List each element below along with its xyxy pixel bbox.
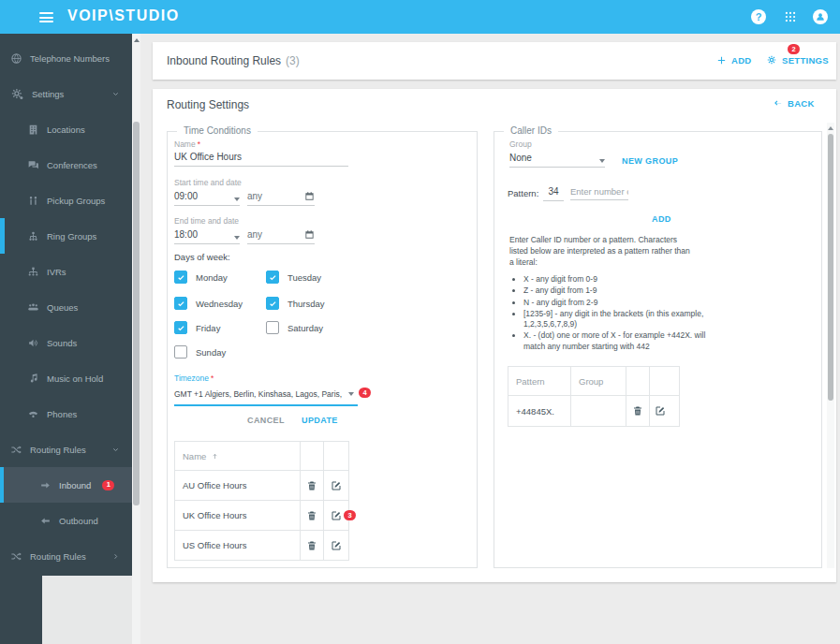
caller-ids-fieldset: Caller IDs Group None NEW GROUP Pattern:… [494, 131, 822, 568]
content-scrollbar[interactable] [827, 123, 834, 568]
sidebar-item-locations[interactable]: Locations [0, 111, 132, 147]
gears-icon [10, 87, 24, 101]
edit-icon[interactable] [331, 540, 342, 551]
sidebar-item-sounds[interactable]: Sounds [0, 325, 132, 360]
calendar-icon[interactable] [304, 229, 315, 240]
edit-icon[interactable] [331, 480, 342, 491]
checkbox-friday[interactable]: Friday [174, 321, 220, 334]
trash-icon[interactable] [306, 540, 317, 551]
sidebar-item-telephone-numbers[interactable]: Telephone Numbers [0, 40, 132, 76]
checkbox[interactable] [174, 297, 187, 310]
trash-icon[interactable] [632, 405, 643, 417]
sidebar-item-inbound[interactable]: Inbound 1 [0, 467, 132, 503]
timezone-underline [174, 404, 358, 406]
sidebar-item-queues[interactable]: Queues [0, 289, 132, 325]
cancel-button[interactable]: CANCEL [247, 416, 285, 425]
table-row[interactable]: UK Office Hours 3 [175, 500, 348, 530]
checkbox[interactable] [174, 321, 187, 334]
ivr-tree-icon [27, 266, 39, 278]
settings-button[interactable]: SETTINGS [766, 54, 829, 66]
table-row[interactable]: AU Office Hours [175, 470, 348, 500]
calendar-icon[interactable] [304, 191, 315, 201]
routing-settings-card: Routing Settings BACK Time Conditions Na… [153, 89, 836, 582]
checkbox[interactable] [266, 271, 279, 284]
sidebar-item-routing-rules-2[interactable]: Routing Rules [0, 538, 132, 574]
sidebar-item-phones[interactable]: Phones [0, 396, 132, 432]
check-icon [269, 273, 277, 282]
new-group-button[interactable]: NEW GROUP [622, 156, 678, 166]
pattern-rule: X. - (dot) one or more of X - for exampl… [523, 330, 711, 352]
settings-badge: 2 [788, 44, 800, 54]
pattern-rule: N - any digit from 2-9 [523, 298, 711, 308]
sidebar-item-ivrs[interactable]: IVRs [0, 254, 132, 289]
edit-icon[interactable] [655, 405, 666, 417]
name-field[interactable]: UK Office Hours [174, 152, 348, 167]
edit-icon[interactable] [331, 510, 342, 521]
content-scrollbar-thumb[interactable] [828, 134, 833, 401]
account-icon[interactable] [813, 9, 828, 24]
sidebar-item-settings[interactable]: Settings [0, 76, 132, 111]
back-button[interactable]: BACK [773, 98, 815, 109]
time-conditions-legend: Time Conditions [177, 125, 258, 136]
group-select[interactable]: None [509, 153, 605, 168]
chevron-right-icon [111, 552, 120, 561]
pattern-prefix-field[interactable]: 34 [543, 186, 564, 201]
checkbox[interactable] [266, 297, 279, 310]
globe-icon [10, 52, 22, 65]
group-column-header[interactable]: Group [570, 367, 626, 395]
sidebar-scrollbar-thumb[interactable] [133, 122, 140, 505]
chevron-down-icon [111, 446, 120, 454]
help-icon[interactable]: ? [751, 9, 766, 24]
check-icon [177, 273, 185, 282]
end-date-field[interactable]: any [247, 229, 315, 244]
add-pattern-button[interactable]: ADD [652, 214, 671, 224]
update-button[interactable]: UPDATE [302, 416, 338, 425]
checkbox[interactable] [174, 345, 187, 359]
checkbox[interactable] [174, 271, 187, 284]
start-date-field[interactable]: any [247, 191, 315, 206]
sidebar-scrollbar[interactable] [132, 34, 140, 644]
trash-icon[interactable] [306, 480, 317, 491]
sidebar-item-outbound[interactable]: Outbound [0, 503, 132, 538]
checkbox-saturday[interactable]: Saturday [266, 321, 323, 334]
scrollbar-up-arrow-icon[interactable] [134, 38, 140, 42]
pattern-input[interactable] [570, 186, 628, 200]
sidebar-item-ring-groups[interactable]: Ring Groups [0, 218, 132, 254]
checkbox-tuesday[interactable]: Tuesday [266, 271, 321, 284]
checkbox[interactable] [266, 321, 279, 334]
sidebar-item-conferences[interactable]: Conferences [0, 147, 132, 183]
pattern-rule: [1235-9] - any digit in the brackets (in… [523, 309, 711, 330]
sidebar-item-routing-rules[interactable]: Routing Rules [0, 432, 132, 467]
people-icon [27, 301, 39, 314]
scrollbar-up-arrow-icon[interactable] [828, 126, 833, 130]
timezone-select[interactable]: GMT +1 Algiers, Berlin, Kinshasa, Lagos,… [174, 388, 371, 399]
org-tree-icon [27, 230, 39, 242]
add-button[interactable]: ADD [716, 55, 751, 66]
sort-up-icon[interactable] [211, 452, 219, 461]
hamburger-menu-icon[interactable] [39, 12, 53, 22]
required-asterisk: * [198, 139, 200, 149]
music-note-icon [27, 373, 39, 385]
end-time-select[interactable]: 18:00 [174, 229, 240, 244]
end-time-label: End time and date [174, 216, 239, 226]
sidebar-item-music-on-hold[interactable]: Music on Hold [0, 360, 132, 396]
checkbox-monday[interactable]: Monday [174, 271, 228, 284]
sidebar-item-pickup-groups[interactable]: Pickup Groups [0, 183, 132, 218]
checkbox-sunday[interactable]: Sunday [174, 345, 226, 359]
checkbox-thursday[interactable]: Thursday [266, 297, 325, 310]
name-column-header[interactable]: Name [183, 451, 206, 461]
pattern-column-header[interactable]: Pattern [508, 367, 570, 395]
table-row[interactable]: US Office Hours [175, 530, 348, 560]
phone-icon [27, 408, 39, 420]
start-time-select[interactable]: 09:00 [174, 191, 240, 206]
shuffle-icon [10, 550, 22, 563]
table-row[interactable]: +44845X. [508, 395, 679, 426]
building-icon [27, 124, 39, 136]
trash-icon[interactable] [306, 510, 317, 521]
back-arrow-icon [773, 98, 783, 109]
apps-grid-icon[interactable] [783, 9, 798, 24]
arrow-right-icon [39, 479, 52, 491]
dropdown-caret-icon [234, 236, 240, 240]
checkbox-wednesday[interactable]: Wednesday [174, 297, 243, 310]
page-header-card: Inbound Routing Rules(3) ADD SETTINGS 2 [153, 42, 836, 80]
